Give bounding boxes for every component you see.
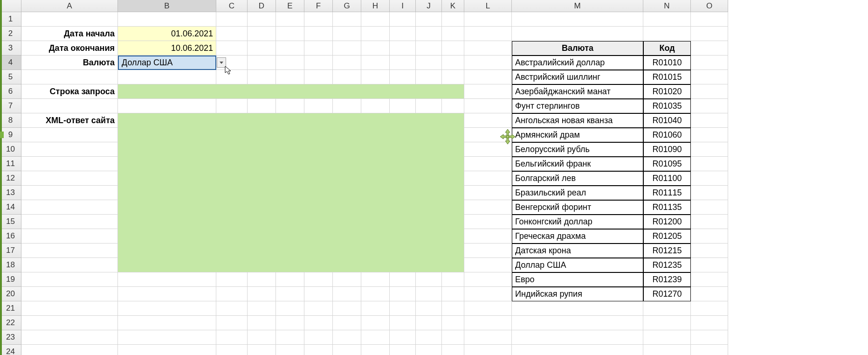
cell-M21[interactable] [512, 301, 643, 316]
cell-K3[interactable] [442, 41, 464, 56]
cell-J1[interactable] [416, 12, 442, 27]
cell-L16[interactable] [464, 229, 512, 244]
cell-G4[interactable] [333, 56, 361, 70]
col-header-K[interactable]: K [442, 0, 464, 12]
currency-name-5[interactable]: Армянский драм [512, 128, 643, 142]
start-date-cell[interactable]: 01.06.2021 [118, 27, 216, 41]
col-header-N[interactable]: N [643, 0, 691, 12]
cell-A23[interactable] [21, 330, 118, 345]
cell-N1[interactable] [643, 12, 691, 27]
row-header-14[interactable]: 14 [0, 200, 21, 215]
row-header-11[interactable]: 11 [0, 157, 21, 171]
cell-L1[interactable] [464, 12, 512, 27]
cell-L22[interactable] [464, 316, 512, 330]
col-header-B[interactable]: B [118, 0, 216, 12]
cell-F7[interactable] [304, 99, 333, 113]
cell-B24[interactable] [118, 345, 216, 355]
cell-O13[interactable] [691, 186, 728, 200]
cell-I20[interactable] [390, 287, 416, 301]
row-header-6[interactable]: 6 [0, 84, 21, 99]
cell-H24[interactable] [361, 345, 390, 355]
cell-J7[interactable] [416, 99, 442, 113]
cell-O17[interactable] [691, 244, 728, 258]
cell-J23[interactable] [416, 330, 442, 345]
currency-code-11[interactable]: R01200 [643, 215, 691, 229]
cell-D3[interactable] [248, 41, 276, 56]
cell-H19[interactable] [361, 272, 390, 287]
cell-O15[interactable] [691, 215, 728, 229]
row-header-18[interactable]: 18 [0, 258, 21, 272]
cell-O18[interactable] [691, 258, 728, 272]
cell-E19[interactable] [276, 272, 304, 287]
cell-C2[interactable] [216, 27, 248, 41]
cell-C3[interactable] [216, 41, 248, 56]
cell-A12[interactable] [21, 171, 118, 186]
cell-K7[interactable] [442, 99, 464, 113]
cell-A16[interactable] [21, 229, 118, 244]
currency-code-2[interactable]: R01020 [643, 84, 691, 99]
cell-E21[interactable] [276, 301, 304, 316]
cell-O1[interactable] [691, 12, 728, 27]
table-header-code[interactable]: Код [643, 41, 691, 56]
currency-code-4[interactable]: R01040 [643, 113, 691, 128]
cell-J22[interactable] [416, 316, 442, 330]
cell-C20[interactable] [216, 287, 248, 301]
row-header-5[interactable]: 5 [0, 70, 21, 84]
cell-O9[interactable] [691, 128, 728, 142]
cell-A10[interactable] [21, 142, 118, 157]
cell-A18[interactable] [21, 258, 118, 272]
row-header-21[interactable]: 21 [0, 301, 21, 316]
cell-C7[interactable] [216, 99, 248, 113]
cell-L24[interactable] [464, 345, 512, 355]
cell-O8[interactable] [691, 113, 728, 128]
cell-L2[interactable] [464, 27, 512, 41]
cell-A7[interactable] [21, 99, 118, 113]
currency-name-4[interactable]: Ангольская новая кванза [512, 113, 643, 128]
cell-D7[interactable] [248, 99, 276, 113]
cell-G3[interactable] [333, 41, 361, 56]
row-header-12[interactable]: 12 [0, 171, 21, 186]
cell-A11[interactable] [21, 157, 118, 171]
cell-L7[interactable] [464, 99, 512, 113]
cell-M2[interactable] [512, 27, 643, 41]
col-header-O[interactable]: O [691, 0, 728, 12]
cell-I4[interactable] [390, 56, 416, 70]
cell-B1[interactable] [118, 12, 216, 27]
cell-K23[interactable] [442, 330, 464, 345]
cell-E23[interactable] [276, 330, 304, 345]
currency-code-9[interactable]: R01115 [643, 186, 691, 200]
cell-C23[interactable] [216, 330, 248, 345]
cell-N21[interactable] [643, 301, 691, 316]
currency-code-13[interactable]: R01215 [643, 244, 691, 258]
cell-D19[interactable] [248, 272, 276, 287]
row-header-1[interactable]: 1 [0, 12, 21, 27]
cell-A14[interactable] [21, 200, 118, 215]
cell-J5[interactable] [416, 70, 442, 84]
cell-L3[interactable] [464, 41, 512, 56]
cell-I22[interactable] [390, 316, 416, 330]
cell-F22[interactable] [304, 316, 333, 330]
row-header-15[interactable]: 15 [0, 215, 21, 229]
cell-E22[interactable] [276, 316, 304, 330]
cell-J2[interactable] [416, 27, 442, 41]
currency-name-2[interactable]: Азербайджанский манат [512, 84, 643, 99]
cell-L17[interactable] [464, 244, 512, 258]
cell-D4[interactable] [248, 56, 276, 70]
cell-H21[interactable] [361, 301, 390, 316]
cell-B19[interactable] [118, 272, 216, 287]
currency-name-8[interactable]: Болгарский лев [512, 171, 643, 186]
currency-code-8[interactable]: R01100 [643, 171, 691, 186]
currency-code-10[interactable]: R01135 [643, 200, 691, 215]
cell-O23[interactable] [691, 330, 728, 345]
dropdown-button[interactable] [217, 57, 226, 68]
cell-C22[interactable] [216, 316, 248, 330]
cell-H1[interactable] [361, 12, 390, 27]
col-header-D[interactable]: D [248, 0, 276, 12]
cell-J21[interactable] [416, 301, 442, 316]
cell-G1[interactable] [333, 12, 361, 27]
cell-O7[interactable] [691, 99, 728, 113]
cell-O19[interactable] [691, 272, 728, 287]
cell-A19[interactable] [21, 272, 118, 287]
cell-O5[interactable] [691, 70, 728, 84]
col-header-M[interactable]: M [512, 0, 643, 12]
